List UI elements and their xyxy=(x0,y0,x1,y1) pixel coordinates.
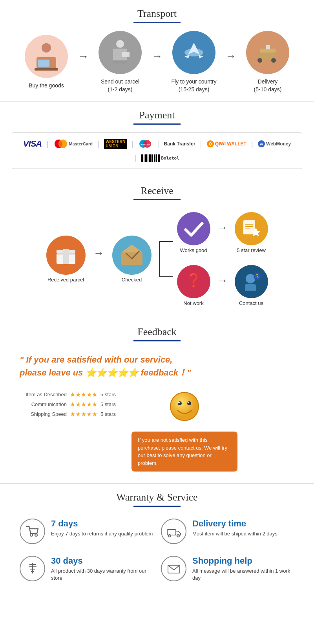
payment-methods-bar: VISA | MasterCard | WESTERNUNION | maest… xyxy=(12,132,302,169)
receive-arrow-good: → xyxy=(217,221,228,244)
payment-wu: WESTERNUNION xyxy=(104,139,127,149)
payment-bank-transfer: Bank Transfer xyxy=(164,141,195,147)
svg-point-60 xyxy=(168,535,171,537)
svg-rect-33 xyxy=(156,154,157,162)
rating-row-1: Item as Described ★★★★★ 5 stars xyxy=(24,391,116,398)
payment-webmoney: W WebMoney xyxy=(258,140,291,147)
svg-rect-30 xyxy=(149,154,152,162)
receive-icon-5star xyxy=(235,212,268,245)
svg-rect-32 xyxy=(154,154,155,162)
rating-label-2: Communication xyxy=(24,401,67,407)
transport-icon-2 xyxy=(99,31,142,74)
svg-point-0 xyxy=(42,43,51,53)
divider-7: | xyxy=(135,154,137,163)
receive-step-1: Received parcel xyxy=(46,236,86,283)
transport-icon-4 xyxy=(246,31,289,74)
warranty-item-2: Delivery time Most item will be shiped w… xyxy=(161,519,294,544)
warranty-text-4: Shopping help All message will be answer… xyxy=(192,556,294,582)
svg-rect-27 xyxy=(144,154,144,162)
svg-point-52 xyxy=(170,392,199,421)
receive-label-works-good: Works good xyxy=(180,247,207,253)
receive-underline xyxy=(133,199,181,200)
rating-label-1: Item as Described xyxy=(24,392,67,397)
rating-value-2: 5 stars xyxy=(100,401,116,407)
transport-section: Transport Buy the goods → xyxy=(0,0,314,102)
divider-4: | xyxy=(157,140,159,149)
divider-3: | xyxy=(131,140,133,149)
svg-rect-3 xyxy=(35,68,58,71)
rating-stars-2: ★★★★★ xyxy=(70,401,97,408)
receive-arrow-1: → xyxy=(93,247,104,271)
svg-rect-31 xyxy=(152,154,153,162)
svg-point-55 xyxy=(178,402,180,403)
payment-title: Payment xyxy=(12,109,302,121)
rating-row-3: Shipping Speed ★★★★★ 5 stars xyxy=(24,410,116,418)
warranty-desc-2: Most item will be shiped within 2 days xyxy=(192,530,277,537)
svg-rect-59 xyxy=(167,530,176,535)
transport-label-1: Buy the goods xyxy=(29,82,64,90)
receive-icon-2 xyxy=(112,236,152,275)
arrow-2: → xyxy=(152,50,162,74)
feedback-quote: " If you are satisfied with our service,… xyxy=(12,349,302,383)
divider-6: | xyxy=(251,140,253,149)
receive-label-2: Checked xyxy=(122,277,142,283)
receive-title: Receive xyxy=(12,185,302,197)
rating-label-3: Shipping Speed xyxy=(24,411,67,417)
transport-step-4: Delivery (5-10 days) xyxy=(238,31,297,93)
rating-row-2: Communication ★★★★★ 5 stars xyxy=(24,401,116,408)
transport-step-3: Fly to your country (15-25 days) xyxy=(164,31,223,93)
transport-step-2: Send out parcel (1-2 days) xyxy=(91,31,150,93)
warranty-text-3: 30 days All product with 30 days warrant… xyxy=(51,556,153,582)
warranty-icon-mail xyxy=(161,556,186,581)
warranty-icon-tools xyxy=(20,556,45,581)
arrow-3: → xyxy=(225,50,236,74)
receive-not-work: ❓ Not work xyxy=(177,265,210,306)
receive-label-not-work: Not work xyxy=(183,300,203,306)
warranty-title: Warranty & Service xyxy=(12,492,302,503)
svg-point-57 xyxy=(30,534,33,536)
warranty-item-3: 30 days All product with 30 days warrant… xyxy=(20,556,153,582)
receive-contact-us: $ Contact us xyxy=(235,265,268,306)
warranty-underline xyxy=(133,506,181,507)
svg-point-4 xyxy=(116,40,124,48)
receive-icon-works-good xyxy=(177,212,210,245)
svg-rect-29 xyxy=(148,154,148,162)
branch-bracket xyxy=(157,224,177,294)
warranty-icon-truck xyxy=(161,519,186,544)
svg-text:❓: ❓ xyxy=(186,272,203,288)
svg-marker-10 xyxy=(184,55,189,58)
svg-point-58 xyxy=(35,534,37,536)
receive-not-work-row: ❓ Not work → $ xyxy=(177,265,268,306)
transport-label-2: Send out parcel (1-2 days) xyxy=(101,78,139,93)
svg-rect-49 xyxy=(245,284,256,291)
svg-text:Q: Q xyxy=(209,142,212,146)
svg-point-16 xyxy=(271,58,276,63)
payment-qiwi: Q QIWI WALLET xyxy=(207,140,246,147)
svg-rect-14 xyxy=(266,45,270,49)
payment-boleto: Boletol xyxy=(141,154,179,162)
transport-label-4: Delivery (5-10 days) xyxy=(254,78,282,93)
payment-section: Payment VISA | MasterCard | WESTERNUNION… xyxy=(0,102,314,177)
arrow-1: → xyxy=(78,50,89,74)
svg-rect-28 xyxy=(145,154,147,162)
warranty-icon-cart xyxy=(20,519,45,544)
svg-point-15 xyxy=(257,58,262,63)
warranty-days-1: 7 days xyxy=(51,519,153,529)
receive-label-5star: 5 star review xyxy=(237,247,266,253)
transport-icon-1 xyxy=(25,35,68,78)
warranty-section: Warranty & Service 7 days Enjoy 7 days t… xyxy=(0,484,314,593)
divider-1: | xyxy=(46,140,48,149)
receive-label-1: Received parcel xyxy=(47,277,84,283)
receive-icon-not-work: ❓ xyxy=(177,265,210,298)
receive-icon-contact: $ xyxy=(235,265,268,298)
warranty-desc-4: All message will be answered within 1 wo… xyxy=(192,568,294,582)
receive-section: Receive Received parcel → xyxy=(0,177,314,318)
warranty-days-4: Shopping help xyxy=(192,556,294,566)
feedback-box-text: If you are not satisfied with this purch… xyxy=(138,437,227,466)
warranty-item-4: Shopping help All message will be answer… xyxy=(161,556,294,582)
svg-text:W: W xyxy=(260,143,263,146)
warranty-text-1: 7 days Enjoy 7 days to returns if any qu… xyxy=(51,519,153,537)
receive-works-good: Works good xyxy=(177,212,210,253)
transport-flow: Buy the goods → Send out parcel (1-2 day… xyxy=(12,31,302,93)
receive-branch-container: Works good → 5 xyxy=(157,212,268,306)
